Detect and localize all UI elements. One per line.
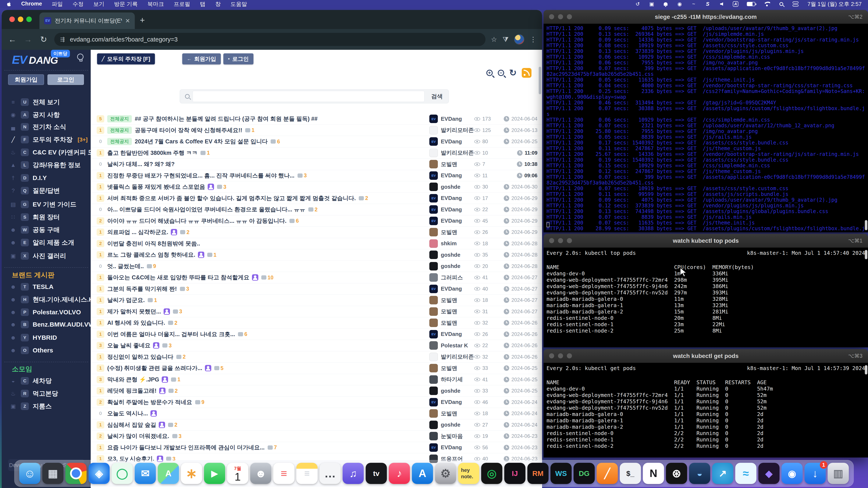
dock-photos-icon[interactable]: ∗ bbox=[181, 463, 202, 484]
profile-avatar[interactable] bbox=[514, 34, 524, 44]
dock-finder-icon[interactable]: ☺ bbox=[19, 463, 40, 484]
menu-dots-icon[interactable]: ⋮ bbox=[530, 35, 536, 43]
post-title[interactable]: 아이야 ㅠㅠ 드디어 해냈습니다 ㅠㅠ 쿠버네티스... ㅠㅠ 아 감동입니다. bbox=[107, 217, 286, 225]
sidebar-item-강좌/유용한 정보[interactable]: ▲L강좌/유용한 정보 bbox=[2, 159, 91, 171]
lightbulb-icon[interactable] bbox=[77, 54, 84, 60]
terminal-get-titlebar[interactable]: watch kubectl get pods ⌥⌘3 bbox=[544, 349, 868, 363]
dock-calendar-icon[interactable]: 7월1 bbox=[227, 463, 248, 484]
post-title[interactable]: 출고 한달반만에 3800km 주행 ㅋㅋ bbox=[107, 149, 197, 157]
menu-item-9[interactable]: 도움말 bbox=[230, 0, 247, 8]
post-title[interactable]: 오늘도 역시나... bbox=[107, 410, 148, 417]
author-name[interactable]: EVDang bbox=[441, 206, 474, 213]
author-name[interactable]: goshde bbox=[441, 184, 474, 190]
dock-facetime-icon[interactable]: ▶ bbox=[204, 463, 225, 484]
post-row[interactable]: 0아... 이쁘당을 드디어 숙원사업이었던 쿠버네티스 환경으로 올렸습니다.… bbox=[91, 204, 542, 216]
post-row[interactable]: 1AI 행사에 와 있습니다.2모빌맨322024-06-26 bbox=[91, 317, 542, 329]
window-zoom-button[interactable] bbox=[26, 17, 32, 22]
post-row[interactable]: 1전체공지공동구매 타이어 장착 예약 신청해주세요!!1발키리모터존12520… bbox=[91, 125, 542, 136]
refresh-icon[interactable]: ↻ bbox=[509, 68, 517, 78]
post-title[interactable]: 돌아오는 C&C에는 새로 입양한 뚜따를 타고 참석할게요 bbox=[107, 274, 249, 281]
post-title[interactable]: 정신없이 일하고 있습니다 bbox=[107, 353, 173, 361]
siege-scrollbar[interactable] bbox=[865, 220, 867, 230]
post-row[interactable]: 1(수정) 취미생활 관련 글을 쓰려다가...5모빌맨332024-06-25 bbox=[91, 363, 542, 374]
author-name[interactable]: goshde bbox=[441, 263, 474, 269]
sidebar-item-D.I.Y[interactable]: †DD.I.Y bbox=[2, 172, 91, 184]
dock-safari-icon[interactable]: ◈ bbox=[89, 463, 110, 484]
post-title[interactable]: 넷플릭스 돌풍 재밌게 봤네요 스포없음 bbox=[107, 183, 205, 191]
shottr-icon[interactable]: S bbox=[705, 1, 710, 7]
post-row[interactable]: 0전체공지2024년 7월 Cars & Coffee EV 4차 모임 설문 … bbox=[91, 136, 542, 148]
post-title[interactable]: 날씨가 많이 더워졌네요. bbox=[107, 432, 169, 440]
post-title[interactable]: 아... 이쁘당을 드디어 숙원사업이었던 쿠버네티스 환경으로 올렸습니다..… bbox=[107, 206, 305, 213]
window-close-button[interactable] bbox=[9, 17, 15, 22]
post-row[interactable]: 1르노 그랑 콜레오스 엄청 핫하네요.1goshde352024-06-28 bbox=[91, 249, 542, 261]
author-name[interactable]: 모빌맨 bbox=[441, 229, 474, 236]
post-title[interactable]: 이번달 충전비 아직 8천원밖에 못씀.. bbox=[107, 240, 200, 248]
dock-webstorm-icon[interactable]: WS bbox=[551, 463, 572, 484]
brand-item-Benz.BMW.AUDI.VW[interactable]: ☻BBenz.BMW.AUDI.VW bbox=[2, 319, 91, 330]
post-row[interactable]: 1정신없이 일하고 있습니다2발키리모터존322024-06-26 bbox=[91, 351, 542, 363]
dock-spotify-icon[interactable]: ◎ bbox=[481, 463, 502, 484]
apple-menu-icon[interactable] bbox=[6, 1, 12, 7]
author-name[interactable]: shkim bbox=[441, 240, 474, 247]
browser-tab[interactable]: EV 전기차 커뮤니티 이쁘당(EVDang) ✕ bbox=[39, 12, 135, 29]
author-name[interactable]: EVDang bbox=[441, 195, 474, 201]
post-title[interactable]: 이번 여름은 얼마나 더울지... 겁부터 나네요 크흣... bbox=[107, 330, 235, 338]
dock-apple-music-icon[interactable]: ♪ bbox=[389, 463, 410, 484]
post-title[interactable]: 르노 그랑 콜레오스 엄청 핫하네요. bbox=[107, 251, 195, 259]
post-title[interactable]: 요즘 나이가 들다보니 개발보다 인프라쪽에 관심이 더가네요... bbox=[107, 444, 265, 451]
post-row[interactable]: 2아이야 ㅠㅠ 드디어 해냈습니다 ㅠㅠ 쿠버네티스... ㅠㅠ 아 감동입니다… bbox=[91, 216, 542, 227]
sidebar-item-전체 보기[interactable]: ≡U전체 보기 bbox=[2, 96, 91, 108]
author-name[interactable]: 모빌맨 bbox=[441, 296, 474, 304]
dock-swirl-app-icon[interactable]: ≈ bbox=[735, 463, 756, 484]
sidebar-item-EV 기변 가이드[interactable]: ▤GEV 기변 가이드 bbox=[2, 199, 91, 210]
dock-mail-icon[interactable]: ✉ bbox=[135, 463, 156, 484]
dock-reminders-icon[interactable]: ≡ bbox=[273, 463, 294, 484]
dock-music-icon[interactable]: ♫ bbox=[343, 463, 364, 484]
search-button[interactable]: 검색 bbox=[428, 93, 446, 100]
page-scrollbar[interactable] bbox=[539, 67, 541, 94]
hook-icon[interactable]: ~ bbox=[691, 1, 696, 7]
post-row[interactable]: 1의료파업 ... 심각하군요.2모빌맨262024-06-29 bbox=[91, 227, 542, 238]
club-item-세차당[interactable]: ◒C세차당 bbox=[2, 375, 91, 387]
forward-button[interactable]: → bbox=[23, 35, 33, 44]
vpn-icon[interactable]: ◉ bbox=[677, 1, 682, 7]
dock-intellij-idea-icon[interactable]: IJ bbox=[504, 463, 526, 484]
logo-ev[interactable]: EV bbox=[12, 53, 27, 66]
brand-item-Polestar.VOLVO[interactable]: ☻PPolestar.VOLVO bbox=[2, 306, 91, 318]
club-item-지룸스[interactable]: ▣Z지룸스 bbox=[2, 400, 91, 412]
terminal-siege-titlebar[interactable]: siege -c255 -t1M https://evdang.com ⌥⌘2 bbox=[544, 10, 868, 24]
bell-icon[interactable] bbox=[663, 1, 669, 7]
dock-zoom-icon[interactable]: ◉ bbox=[781, 463, 803, 484]
post-title[interactable]: 2024년 7월 Cars & Coffee EV 4차 모임 설문 입니다 bbox=[135, 138, 268, 145]
dock-stickies-icon[interactable]: heynote. bbox=[458, 463, 479, 484]
dock-datagrip-icon[interactable]: DG bbox=[574, 463, 595, 484]
menu-item-1[interactable]: 파일 bbox=[52, 0, 63, 8]
dock-downloads-icon[interactable]: ↓1 bbox=[805, 463, 826, 484]
terminal-window-controls[interactable] bbox=[549, 14, 572, 19]
dock-trash-icon[interactable]: ▥ bbox=[828, 463, 849, 484]
post-title[interactable]: AI 행사에 와 있습니다. bbox=[107, 319, 165, 327]
post-title[interactable]: (수정) 취미생활 관련 글을 쓰려다가... bbox=[107, 364, 203, 372]
post-row[interactable]: 1제가 말하지 못했던...3모빌맨312024-06-27 bbox=[91, 306, 542, 318]
brand-item-현대.기아.제네시스.KGM[interactable]: ☻H현대.기아.제네시스.KGM bbox=[2, 294, 91, 305]
author-name[interactable]: 하타기세 bbox=[441, 376, 474, 383]
sidebar-item-공동 구매[interactable]: ☻W공동 구매 bbox=[2, 224, 91, 235]
dock-maps-icon[interactable]: A bbox=[158, 463, 179, 484]
post-row[interactable]: 1넷플릭스 돌풍 재밌게 봤네요 스포없음3goshde302024-06-30 bbox=[91, 181, 542, 193]
action-button-2[interactable]: •로그인 bbox=[223, 53, 253, 64]
author-name[interactable]: EVDang bbox=[441, 399, 474, 405]
signup-button[interactable]: 회원가입 bbox=[8, 74, 44, 85]
dock-blue-app-icon[interactable]: ◒ bbox=[689, 463, 710, 484]
post-title[interactable]: 확실히 주말에는 방문수가 적네요 bbox=[107, 398, 192, 406]
brand-item-TESLA[interactable]: ☻TTESLA bbox=[2, 281, 91, 293]
terminal-window-controls[interactable] bbox=[549, 238, 572, 243]
sidebar-item-C&C EV (카앤커피 모임)[interactable]: ♨CC&C EV (카앤커피 모임) bbox=[2, 147, 91, 158]
post-title[interactable]: 오늘 날씨 좋네요 bbox=[107, 341, 151, 349]
post-row[interactable]: 2확실히 주말에는 방문수가 적네요9EVEVDang462024-06-24 bbox=[91, 397, 542, 408]
menu-item-3[interactable]: 보기 bbox=[93, 0, 104, 8]
post-row[interactable]: 0날씨가 대체... 왜? 왜? 왜?모빌맨710:38 bbox=[91, 159, 542, 170]
post-row[interactable]: 1그분의 독주를 막기위해 짠!3EVEVDang402024-06-27 bbox=[91, 283, 542, 295]
author-name[interactable]: goshde bbox=[441, 422, 474, 428]
sidebar-item-질문/답변[interactable]: ?Q질문/답변 bbox=[2, 185, 91, 196]
